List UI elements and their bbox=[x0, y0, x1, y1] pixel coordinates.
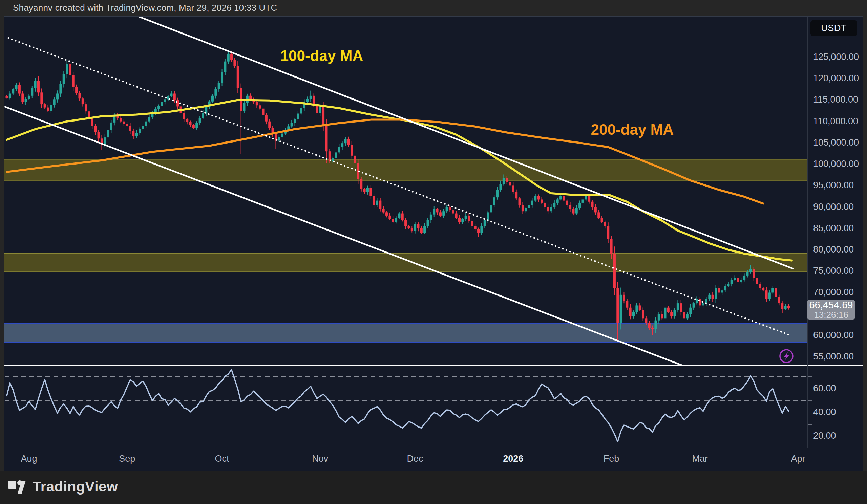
time-tick-label-aug[interactable]: Aug bbox=[21, 453, 37, 464]
attribution-bar: Shayannv created with TradingView.com, M… bbox=[0, 0, 867, 16]
time-axis[interactable]: AugSepOctNovDec2026FebMarApr bbox=[4, 448, 863, 472]
time-tick-label-mar[interactable]: Mar bbox=[692, 453, 708, 464]
rsi-tick-label: 60.00 bbox=[813, 383, 836, 394]
price-tick-label: 110,000.00 bbox=[813, 116, 858, 127]
quote-currency-chip[interactable]: USDT bbox=[811, 20, 857, 36]
price-pane-canvas[interactable]: 100-day MA200-day MA bbox=[4, 17, 807, 365]
rsi-axis-tick bbox=[808, 376, 812, 377]
rsi-axis-tick bbox=[808, 400, 812, 401]
time-tick-label-nov[interactable]: Nov bbox=[312, 453, 328, 464]
rsi-line bbox=[7, 370, 789, 442]
time-tick-label-apr[interactable]: Apr bbox=[791, 453, 805, 464]
price-tick-label: 120,000.00 bbox=[813, 73, 859, 84]
time-tick-label-2026[interactable]: 2026 bbox=[503, 453, 523, 464]
time-tick-label-dec[interactable]: Dec bbox=[407, 453, 423, 464]
rsi-axis-tick bbox=[808, 424, 812, 425]
chart-area: 100-day MA200-day MA USDT 125,000.00120,… bbox=[4, 16, 863, 471]
midline-dotted[interactable] bbox=[9, 38, 791, 336]
price-tick-label: 90,000.00 bbox=[813, 202, 854, 212]
price-tick-label: 55,000.00 bbox=[813, 351, 854, 362]
rsi-tick-label: 40.00 bbox=[813, 407, 836, 417]
ma-label: 200-day MA bbox=[591, 121, 674, 138]
price-tick-label: 115,000.00 bbox=[813, 95, 858, 105]
price-tick-label: 75,000.00 bbox=[813, 266, 854, 276]
ma-label: 100-day MA bbox=[280, 47, 363, 64]
tradingview-brand-text: TradingView bbox=[32, 479, 118, 495]
attribution-text: Shayannv created with TradingView.com, M… bbox=[13, 3, 277, 13]
time-tick-label-oct[interactable]: Oct bbox=[215, 453, 229, 464]
tradingview-logo-icon bbox=[8, 479, 30, 495]
price-tick-label: 95,000.00 bbox=[813, 180, 854, 190]
last-price-value: 66,454.69 bbox=[809, 300, 853, 310]
time-tick-label-sep[interactable]: Sep bbox=[119, 453, 135, 464]
last-price-badge: 66,454.69 13:26:16 bbox=[807, 299, 855, 320]
support-zone bbox=[4, 323, 807, 342]
price-tick-label: 80,000.00 bbox=[813, 244, 854, 255]
footer-bar: TradingView bbox=[0, 471, 867, 504]
rsi-pane-canvas[interactable] bbox=[4, 365, 807, 448]
price-tick-label: 125,000.00 bbox=[813, 52, 859, 62]
time-tick-label-feb[interactable]: Feb bbox=[603, 453, 619, 464]
resistance-zone-upper bbox=[4, 160, 807, 181]
tradingview-screenshot: Shayannv created with TradingView.com, M… bbox=[0, 0, 867, 504]
price-axis[interactable]: USDT 125,000.00120,000.00115,000.00110,0… bbox=[807, 17, 863, 448]
bar-countdown: 13:26:16 bbox=[814, 310, 848, 319]
candlestick-series bbox=[6, 51, 790, 342]
price-tick-label: 105,000.00 bbox=[813, 138, 859, 148]
pane-separator[interactable] bbox=[4, 364, 863, 365]
price-tick-label: 70,000.00 bbox=[813, 287, 854, 297]
price-tick-label: 100,000.00 bbox=[813, 159, 859, 169]
price-tick-label: 60,000.00 bbox=[813, 330, 854, 340]
channel-upper[interactable] bbox=[140, 17, 793, 269]
resistance-zone-lower bbox=[4, 253, 807, 272]
rsi-tick-label: 20.00 bbox=[813, 430, 836, 441]
lightning-bolt-glyph bbox=[784, 352, 789, 360]
price-tick-label: 85,000.00 bbox=[813, 223, 854, 233]
